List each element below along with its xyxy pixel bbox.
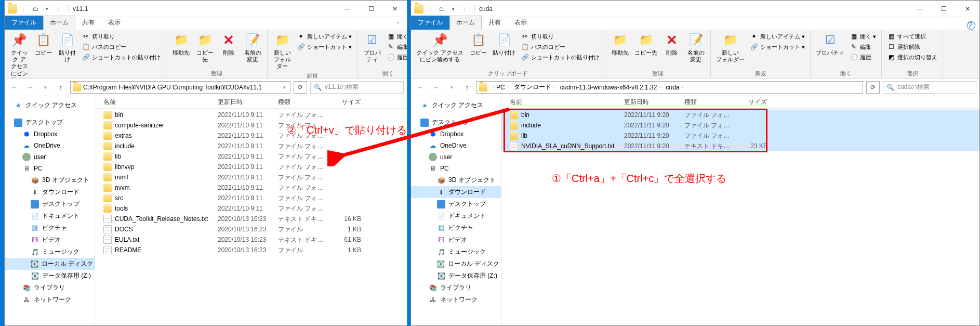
search-box[interactable]: 🔍 cudaの検索 xyxy=(883,81,976,94)
breadcrumb-item[interactable]: › PC› xyxy=(489,84,512,91)
qat-dropdown-icon[interactable]: ▾ xyxy=(448,4,458,14)
qat-dropdown-icon[interactable]: ▾ xyxy=(42,4,51,14)
sidebar-network[interactable]: 🖧ネットワーク xyxy=(411,294,501,306)
file-row[interactable]: CUDA_Toolkit_Release_Notes.txt2020/10/13… xyxy=(95,214,407,224)
address-bar[interactable]: ▾ xyxy=(70,81,290,94)
new-shortcut-button[interactable]: 🔗ショートカット ▾ xyxy=(748,42,807,51)
cut-button[interactable]: ✂切り取り xyxy=(80,32,163,41)
select-none-button[interactable]: ☐選択解除 xyxy=(885,42,939,51)
file-row[interactable]: include2022/11/10 9:11ファイル フォルダー xyxy=(95,141,407,151)
sidebar-videos[interactable]: 🎞ビデオ xyxy=(411,234,501,246)
delete-button[interactable]: 削除 xyxy=(217,31,240,57)
col-header-type[interactable]: 種類 xyxy=(680,98,735,107)
sidebar-quick-access[interactable]: ★クイック アクセス xyxy=(411,99,501,111)
qat-props-icon[interactable]: 🗀 xyxy=(31,4,40,14)
sidebar-downloads[interactable]: ⬇ダウンロード xyxy=(5,186,95,198)
sidebar-desktop2[interactable]: デスクトップ xyxy=(5,198,95,210)
copy-to-button[interactable]: コピー先 xyxy=(632,31,659,57)
breadcrumb-item[interactable]: cuda› xyxy=(664,84,686,91)
pin-quickaccess-button[interactable]: クイック アクセス にピン留めする xyxy=(414,31,466,64)
forward-button[interactable]: → xyxy=(23,81,36,94)
new-item-button[interactable]: ✦新しいアイテム ▾ xyxy=(295,32,354,41)
file-list[interactable]: bin2022/11/10 9:11ファイル フォルダーcompute-sani… xyxy=(95,109,407,325)
paste-button[interactable]: 貼り付け xyxy=(56,31,78,64)
address-bar[interactable]: › PC›ダウンロード›cudnn-11.3-windows-x64-v8.2.… xyxy=(476,81,863,94)
back-button[interactable]: ← xyxy=(414,81,427,94)
back-button[interactable]: ← xyxy=(8,81,20,94)
breadcrumb-item[interactable]: cudnn-11.3-windows-x64-v8.2.1.32› xyxy=(558,84,664,91)
sidebar-desktop2[interactable]: デスクトップ xyxy=(411,198,501,210)
paste-shortcut-button[interactable]: 🔗ショートカットの貼り付け xyxy=(80,53,163,62)
file-row[interactable]: tools2022/11/10 9:11ファイル フォルダー xyxy=(95,203,407,214)
sidebar-pictures[interactable]: 🖼ピクチャ xyxy=(411,222,501,234)
file-list[interactable]: bin2022/11/11 9:20ファイル フォルダーinclude2022/… xyxy=(501,109,979,325)
copy-button[interactable]: コピー xyxy=(467,31,489,57)
sidebar-music[interactable]: 🎵ミュージック xyxy=(411,246,501,258)
sidebar-pc[interactable]: 🖥PC xyxy=(5,163,95,174)
file-row[interactable]: extras2022/11/10 9:11ファイル フォルダー xyxy=(95,131,407,141)
properties-button[interactable]: プロパティ xyxy=(361,31,383,64)
file-row[interactable]: NVIDIA_SLA_cuDNN_Support.txt2022/11/11 9… xyxy=(501,141,979,151)
invert-selection-button[interactable]: ◩選択の切り替え xyxy=(885,53,939,62)
new-folder-button[interactable]: 新しい フォルダー xyxy=(714,31,747,64)
tab-view[interactable]: 表示 xyxy=(508,16,534,30)
ribbon-collapse-icon[interactable]: ˆ xyxy=(392,21,407,30)
history-button[interactable]: 🕘履歴 xyxy=(847,53,878,62)
forward-button[interactable]: → xyxy=(430,81,442,94)
tab-share[interactable]: 共有 xyxy=(482,16,508,30)
file-row[interactable]: lib2022/11/10 9:11ファイル フォルダー xyxy=(95,151,407,162)
edit-button[interactable]: ✎編集 xyxy=(385,42,407,51)
file-row[interactable]: nvvm2022/11/10 9:11ファイル フォルダー xyxy=(95,182,407,193)
sidebar-3d-objects[interactable]: 📦3D オブジェクト xyxy=(411,174,501,186)
col-header-size[interactable]: サイズ xyxy=(329,98,365,107)
search-box[interactable]: 🔍 v11.1の検索 xyxy=(310,81,404,94)
sidebar-music[interactable]: 🎵ミュージック xyxy=(5,246,95,258)
col-header-name[interactable]: 名前 xyxy=(506,98,620,107)
refresh-button[interactable]: ⟳ xyxy=(294,81,307,94)
file-row[interactable]: bin2022/11/10 9:11ファイル フォルダー xyxy=(95,110,407,120)
sidebar-zdisk[interactable]: 💽データ保存用 (Z:) xyxy=(411,270,501,282)
paste-button[interactable]: 貼り付け xyxy=(491,31,518,57)
recent-dropdown-icon[interactable]: ▾ xyxy=(39,81,51,94)
delete-button[interactable]: 削除 xyxy=(660,31,683,57)
file-row[interactable]: compute-sanitizer2022/11/10 9:11ファイル フォル… xyxy=(95,120,407,131)
address-dropdown-icon[interactable]: ▾ xyxy=(281,85,288,90)
up-button[interactable]: ↑ xyxy=(55,81,67,94)
file-row[interactable]: README2020/10/13 16:23ファイル1 KB xyxy=(95,245,407,255)
cut-button[interactable]: ✂切り取り xyxy=(519,32,602,41)
sidebar-quick-access[interactable]: ★クイック アクセス xyxy=(5,99,95,111)
properties-button[interactable]: プロパティ xyxy=(814,31,846,57)
maximize-button[interactable]: ☐ xyxy=(932,1,956,17)
close-button[interactable]: ✕ xyxy=(383,1,407,17)
pin-quickaccess-button[interactable]: クイック アクセス にピン留めする xyxy=(8,31,31,79)
new-shortcut-button[interactable]: 🔗ショートカット ▾ xyxy=(295,42,354,51)
qat-props-icon[interactable]: 🗀 xyxy=(437,4,446,14)
sidebar-user[interactable]: user xyxy=(5,151,95,163)
sidebar-zdisk[interactable]: 💽データ保存用 (Z:) xyxy=(5,270,95,282)
sidebar-library[interactable]: 📚ライブラリ xyxy=(5,282,95,294)
sidebar-user[interactable]: user xyxy=(411,151,501,163)
recent-dropdown-icon[interactable]: ▾ xyxy=(445,81,458,94)
address-input[interactable] xyxy=(83,84,281,91)
file-row[interactable]: lib2022/11/11 9:20ファイル フォルダー xyxy=(501,131,979,141)
sidebar-cdisk[interactable]: 💽ローカル ディスク (C:) xyxy=(5,258,95,270)
tab-view[interactable]: 表示 xyxy=(101,16,127,30)
col-header-name[interactable]: 名前 xyxy=(99,98,214,107)
tab-share[interactable]: 共有 xyxy=(75,16,101,30)
breadcrumb-item[interactable]: ダウンロード› xyxy=(512,83,558,92)
minimize-button[interactable]: — xyxy=(335,1,359,17)
select-all-button[interactable]: ▦すべて選択 xyxy=(885,32,939,41)
sidebar-desktop[interactable]: デスクトップ xyxy=(411,116,501,128)
sidebar-pc[interactable]: 🖥PC xyxy=(411,163,501,174)
tab-file[interactable]: ファイル xyxy=(411,16,449,30)
sidebar-dropbox[interactable]: ⬢Dropbox xyxy=(411,128,501,140)
refresh-button[interactable]: ⟳ xyxy=(866,81,880,94)
file-row[interactable]: DOCS2020/10/13 16:23ファイル1 KB xyxy=(95,224,407,234)
up-button[interactable]: ↑ xyxy=(461,81,473,94)
col-header-size[interactable]: サイズ xyxy=(735,98,772,107)
copy-to-button[interactable]: コピー先 xyxy=(193,31,216,64)
col-header-date[interactable]: 更新日時 xyxy=(214,98,274,107)
sidebar-library[interactable]: 📚ライブラリ xyxy=(411,282,501,294)
col-header-type[interactable]: 種類 xyxy=(274,98,329,107)
history-button[interactable]: 🕘履歴 xyxy=(385,53,407,62)
